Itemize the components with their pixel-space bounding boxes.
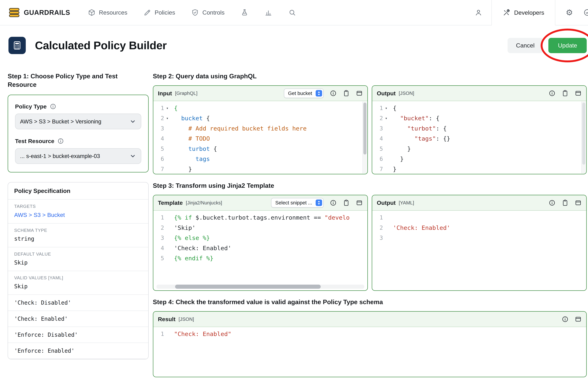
spec-row-default-value: DEFAULT VALUE Skip (8, 247, 148, 271)
code-line: 2'Check: Enabled' (372, 223, 586, 233)
panel-collapse-icon[interactable] (575, 316, 582, 323)
fold-gutter (383, 154, 389, 164)
output-yaml-panel: Output [YAML] 1 2'Check: Enabled'3 (372, 195, 587, 291)
calculator-icon (8, 37, 26, 54)
policy-spec-title: Policy Specification (8, 182, 148, 200)
fold-arrow-icon[interactable]: ▾ (164, 103, 171, 113)
nav-item-controls[interactable]: Controls (191, 9, 224, 16)
main-content: Step 1: Choose Policy Type and Test Reso… (0, 65, 588, 377)
code-line: 1{% if $.bucket.turbot.tags.environment … (153, 213, 367, 223)
json-output-viewer[interactable]: 1▾{2▾ "bucket": {3 "turbot": {4 "tags": … (372, 101, 586, 174)
code-line: 4 # TODO (153, 134, 367, 144)
code-line: 4'Check: Enabled' (153, 243, 367, 253)
panel-collapse-icon[interactable] (575, 90, 582, 97)
policy-spec-card: Policy Specification TARGETS AWS > S3 > … (8, 182, 148, 359)
page-header: Calculated Policy Builder Cancel Update (0, 25, 588, 65)
fold-arrow-icon[interactable]: ▾ (383, 103, 389, 113)
code-line: 7} (372, 164, 586, 174)
pencil-icon (143, 9, 151, 16)
spec-row-schema-type: SCHEMA TYPE string (8, 224, 148, 247)
step3-heading: Step 3: Transform using Jinja2 Template (153, 181, 587, 190)
fold-arrow-icon[interactable]: ▾ (383, 113, 389, 124)
fold-arrow-icon[interactable]: ▾ (164, 113, 171, 124)
chevron-down-icon (129, 118, 136, 125)
default-value-label: DEFAULT VALUE (14, 252, 142, 257)
default-value: Skip (14, 259, 142, 266)
cancel-button[interactable]: Cancel (508, 38, 543, 53)
panel-title: Input (158, 90, 172, 97)
nav-item-policies[interactable]: Policies (143, 9, 175, 16)
info-icon[interactable] (549, 90, 556, 97)
code-line: 2▾ bucket { (153, 113, 367, 124)
fold-gutter (164, 223, 171, 233)
info-icon[interactable] (50, 103, 56, 110)
info-icon[interactable] (57, 138, 64, 144)
code-line: 6 tags (153, 154, 367, 164)
template-snippet-select[interactable]: Select snippet ... (271, 198, 324, 207)
targets-link[interactable]: AWS > S3 > Bucket (14, 212, 142, 218)
select-stepper-icon (316, 200, 322, 206)
valid-value: Skip (14, 283, 142, 289)
nav-item-reports[interactable] (265, 9, 272, 16)
scrollbar-thumb[interactable] (175, 284, 321, 289)
jinja-template-editor[interactable]: 1{% if $.bucket.turbot.tags.environment … (153, 211, 367, 290)
code-line: 3 (372, 233, 586, 243)
vertical-scrollbar[interactable] (363, 102, 367, 174)
brand-home-link[interactable]: GUARDRAILS (8, 7, 70, 18)
code-line: 1▾{ (372, 103, 586, 113)
fold-gutter (383, 164, 389, 174)
test-resource-select[interactable]: ... s-east-1 > bucket-example-03 (15, 148, 141, 164)
clipboard-icon[interactable] (562, 90, 569, 97)
page-title: Calculated Policy Builder (35, 39, 167, 52)
schema-type-value: string (14, 236, 142, 242)
info-icon[interactable] (549, 199, 556, 206)
left-column: Step 1: Choose Policy Type and Test Reso… (8, 65, 148, 359)
policy-type-select[interactable]: AWS > S3 > Bucket > Versioning (15, 113, 141, 129)
policy-type-card: Policy Type AWS > S3 > Bucket > Versioni… (8, 95, 148, 173)
fold-gutter (383, 124, 389, 134)
query-snippet-select[interactable]: Get bucket (284, 89, 324, 98)
code-line: 2▾ "bucket": { (372, 113, 586, 124)
user-icon[interactable] (475, 9, 482, 16)
horizontal-scrollbar[interactable] (156, 284, 364, 289)
check-circle-icon[interactable] (583, 8, 588, 16)
spec-row-valid-values: VALID VALUES [YAML] Skip (8, 271, 148, 295)
clipboard-icon[interactable] (343, 90, 350, 97)
fold-gutter (164, 134, 171, 144)
nav-item-label: Policies (155, 9, 175, 16)
yaml-output-viewer[interactable]: 1 2'Check: Enabled'3 (372, 211, 586, 290)
vertical-scrollbar[interactable] (581, 102, 586, 174)
code-line: 5{% endif %} (153, 253, 367, 263)
panel-collapse-icon[interactable] (575, 199, 582, 206)
nav-item-search[interactable] (288, 9, 296, 16)
targets-label: TARGETS (14, 204, 142, 209)
info-icon[interactable] (562, 316, 569, 323)
info-icon[interactable] (330, 199, 337, 206)
nav-item-labs[interactable] (241, 9, 248, 16)
result-viewer[interactable]: 1"Check: Enabled" (153, 327, 586, 377)
code-line: 1▾{ (153, 103, 367, 113)
code-line: 5 turbot { (153, 144, 367, 154)
info-icon[interactable] (330, 90, 337, 97)
gear-icon[interactable]: ⚙ (566, 8, 573, 16)
search-icon (288, 9, 296, 16)
fold-gutter (164, 329, 171, 339)
valid-value: 'Enforce: Disabled' (8, 327, 148, 343)
policy-type-label: Policy Type (15, 103, 47, 110)
fold-gutter (383, 213, 389, 223)
update-button[interactable]: Update (548, 38, 587, 53)
panel-collapse-icon[interactable] (356, 199, 363, 206)
clipboard-icon[interactable] (562, 199, 569, 206)
schema-type-label: SCHEMA TYPE (14, 228, 142, 233)
step1-heading: Step 1: Choose Policy Type and Test Reso… (8, 72, 138, 89)
nav-items: Resources Policies Controls (88, 9, 296, 16)
panel-collapse-icon[interactable] (356, 90, 363, 97)
valid-value: 'Enforce: Enabled' (8, 343, 148, 359)
tab-developers[interactable]: Developers (492, 0, 555, 25)
scrollbar-thumb[interactable] (582, 103, 585, 165)
code-line: 2'Skip' (153, 223, 367, 233)
clipboard-icon[interactable] (343, 199, 350, 206)
graphql-code-editor[interactable]: 1▾{2▾ bucket {3 # Add required bucket fi… (153, 101, 367, 174)
scrollbar-thumb[interactable] (363, 103, 366, 155)
nav-item-resources[interactable]: Resources (88, 9, 127, 16)
